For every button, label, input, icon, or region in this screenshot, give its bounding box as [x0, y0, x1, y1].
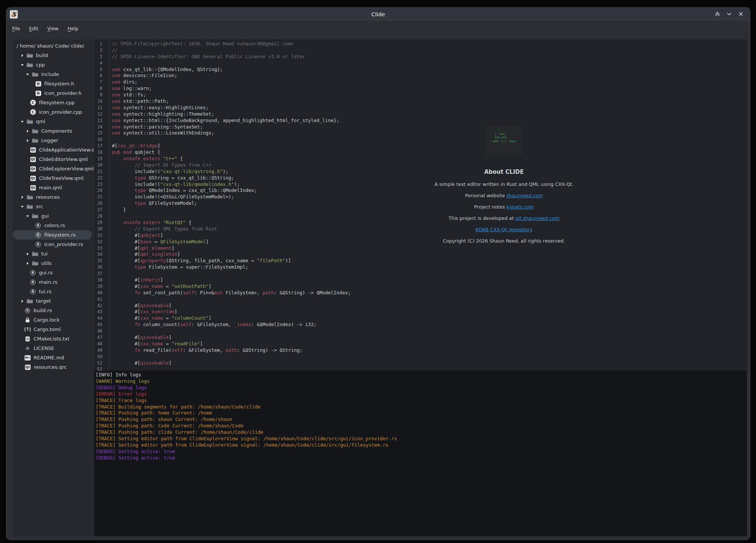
- code-line-46[interactable]: 46: [94, 328, 747, 334]
- code-line-15[interactable]: 15use syntect::util::LinesWithEndings;: [94, 130, 747, 136]
- code-line-39[interactable]: 39 #[cxx_name = "setRootPath"]: [94, 283, 747, 290]
- code-line-33[interactable]: 33 #[qml_element]: [94, 245, 747, 252]
- app-menu-icon[interactable]: X: [10, 10, 18, 19]
- chevron-right-icon[interactable]: [20, 54, 24, 57]
- code-line-16[interactable]: 16: [94, 136, 747, 143]
- code-line-26[interactable]: 26 type QFileSystemModel;: [94, 200, 747, 207]
- tree-file-clideexplorerview-qml[interactable]: QtClideExplorerView.qml: [13, 164, 94, 173]
- code-line-48[interactable]: 48 #[cxx_name = "readFile"]: [94, 341, 747, 347]
- code-line-8[interactable]: 8use log::warn;: [94, 85, 747, 92]
- tree-file-resources-qrc[interactable]: Qtresources.qrc: [13, 362, 94, 372]
- code-line-44[interactable]: 44 #[cxx_name = "columnCount"]: [94, 315, 747, 322]
- tree-file-readme-md[interactable]: M↓README.md: [13, 353, 94, 362]
- chevron-right-icon[interactable]: [20, 195, 24, 199]
- tree-folder-target[interactable]: target: [13, 296, 94, 306]
- tree-file-cmakelists-txt[interactable]: CMakeLists.txt: [13, 334, 94, 343]
- chevron-down-icon[interactable]: [26, 214, 29, 218]
- code-line-25[interactable]: 25 include!(<QtGui/QFileSystemModel>);: [94, 194, 747, 200]
- menu-item-file[interactable]: File: [9, 25, 23, 32]
- code-line-18[interactable]: 18pub mod qobject {: [94, 149, 747, 156]
- code-line-6[interactable]: 6use devicons::FileIcon;: [94, 73, 747, 79]
- code-line-21[interactable]: 21 include!("cxx-qt-lib/qstring.h");: [94, 169, 747, 175]
- code-line-37[interactable]: 37: [94, 271, 747, 277]
- code-line-24[interactable]: 24 type QModelIndex = cxx_qt_lib::QModel…: [94, 187, 747, 194]
- chevron-right-icon[interactable]: [20, 299, 24, 303]
- tree-file-main-qml[interactable]: Qtmain.qml: [13, 183, 94, 192]
- code-line-34[interactable]: 34 #[qml_singleton]: [94, 251, 747, 258]
- code-line-17[interactable]: 17#[cxx_qt::bridge]: [94, 143, 747, 149]
- tree-folder-build[interactable]: build: [13, 51, 94, 60]
- chevron-down-icon[interactable]: [20, 205, 24, 209]
- file-explorer[interactable]: / home/ shaun/ Code/ clide/ buildcppincl…: [13, 39, 94, 536]
- menu-item-view[interactable]: View: [45, 25, 61, 32]
- tree-file-cargo-lock[interactable]: Cargo.lock: [13, 315, 94, 325]
- code-line-9[interactable]: 9use std::fs;: [94, 92, 747, 98]
- tree-folder-gui[interactable]: gui: [13, 211, 94, 221]
- code-line-20[interactable]: 20 // Import Qt Types from C++: [94, 162, 747, 169]
- code-line-50[interactable]: 50: [94, 354, 747, 360]
- code-line-7[interactable]: 7use dirs;: [94, 79, 747, 85]
- code-line-28[interactable]: 28: [94, 213, 747, 220]
- tree-file-clidetreeview-qml[interactable]: QtClideTreeView.qml: [13, 173, 94, 183]
- code-line-47[interactable]: 47 #[qinvokable]: [94, 334, 747, 341]
- code-line-2[interactable]: 2//: [94, 47, 747, 54]
- code-line-49[interactable]: 49 fn read_file(self: &FileSystem, path:…: [94, 347, 747, 354]
- code-line-40[interactable]: 40 fn set_root_path(self: Pin<&mut FileS…: [94, 290, 747, 296]
- tree-file-clideeditorview-qml[interactable]: QtClideEditorView.qml: [13, 155, 94, 164]
- chevron-right-icon[interactable]: [26, 139, 29, 142]
- tree-file-clideapplicationview-qml[interactable]: QtClideApplicationView.qml: [13, 145, 94, 155]
- chevron-down-icon[interactable]: [20, 63, 24, 67]
- code-line-35[interactable]: 35 #[qproperty(QString, file_path, cxx_n…: [94, 258, 747, 264]
- code-line-43[interactable]: 43 #[cxx_override]: [94, 309, 747, 315]
- shade-button[interactable]: [714, 11, 721, 18]
- code-line-1[interactable]: 1// SPDX-FileCopyrightText: 2026, Shaun …: [94, 41, 747, 47]
- menu-item-edit[interactable]: Edit: [26, 25, 41, 32]
- tree-folder-tui[interactable]: tui: [13, 249, 94, 258]
- code-line-36[interactable]: 36 type FileSystem = super::FileSystemIm…: [94, 264, 747, 271]
- code-line-45[interactable]: 45 fn column_count(self: &FileSystem, _i…: [94, 322, 747, 328]
- tree-folder-cpp[interactable]: cpp: [13, 60, 94, 70]
- chevron-down-icon[interactable]: [20, 120, 24, 124]
- tree-file-colors-rs[interactable]: Rcolors.rs: [13, 221, 94, 230]
- code-line-10[interactable]: 10use std::path::Path;: [94, 98, 747, 105]
- tree-folder-src[interactable]: src: [13, 202, 94, 211]
- developed-at-link[interactable]: git.shaunreed.com: [515, 215, 560, 221]
- tree-folder-utils[interactable]: utils: [13, 258, 94, 268]
- tree-file-gui-rs[interactable]: Rgui.rs: [13, 268, 94, 277]
- code-line-52[interactable]: 52: [94, 366, 747, 371]
- close-button[interactable]: [737, 11, 744, 18]
- code-line-42[interactable]: 42 #[qinvokable]: [94, 303, 747, 309]
- code-line-29[interactable]: 29 unsafe extern "RustQt" {: [94, 220, 747, 226]
- chevron-right-icon[interactable]: [26, 129, 29, 133]
- code-line-30[interactable]: 30 // Export QML Types from Rust: [94, 226, 747, 232]
- menu-item-help[interactable]: Help: [65, 25, 81, 32]
- tree-file-filesystem-h[interactable]: Hfilesystem.h: [13, 79, 94, 88]
- code-editor[interactable]: 1// SPDX-FileCopyrightText: 2026, Shaun …: [94, 39, 747, 371]
- tree-folder-components[interactable]: Components: [13, 126, 94, 136]
- code-line-22[interactable]: 22 type QString = cxx_qt_lib::QString;: [94, 175, 747, 181]
- chevron-right-icon[interactable]: [26, 252, 29, 256]
- personal-website-link[interactable]: shaunreed.com: [506, 193, 543, 198]
- code-line-13[interactable]: 13use syntect::html::{IncludeBackground,…: [94, 118, 747, 124]
- tree-file-tui-rs[interactable]: Rtui.rs: [13, 287, 94, 296]
- tree-folder-include[interactable]: include: [13, 70, 94, 79]
- minimize-button[interactable]: [726, 11, 733, 18]
- kdab-repo-link[interactable]: KDAB CXX-Qt repository: [476, 227, 533, 232]
- code-line-31[interactable]: 31 #[qobject]: [94, 232, 747, 239]
- tree-file-icon-provider-h[interactable]: Hicon_provider.h: [13, 88, 94, 98]
- code-line-14[interactable]: 14use syntect::parsing::SyntaxSet;: [94, 124, 747, 130]
- tree-file-build-rs[interactable]: Rbuild.rs: [13, 306, 94, 315]
- tree-folder-logger[interactable]: Logger: [13, 136, 94, 145]
- project-notes-link[interactable]: knoats.com: [506, 204, 534, 210]
- tree-file-filesystem-cpp[interactable]: Cfilesystem.cpp: [13, 98, 94, 107]
- code-line-41[interactable]: 41: [94, 296, 747, 303]
- tree-folder-resources[interactable]: resources: [13, 192, 94, 202]
- log-panel[interactable]: [INFO] Info logs[WARN] Warning logs[DEBU…: [94, 371, 747, 536]
- tree-file-main-rs[interactable]: Rmain.rs: [13, 277, 94, 287]
- code-line-38[interactable]: 38 #[inherit]: [94, 277, 747, 283]
- code-line-23[interactable]: 23 include!("cxx-qt-lib/qmodelindex.h");: [94, 181, 747, 188]
- tree-file-icon-provider-cpp[interactable]: Cicon_provider.cpp: [13, 107, 94, 117]
- code-line-4[interactable]: 4: [94, 60, 747, 67]
- tree-file-icon-provider-rs[interactable]: Ricon_provider.rs: [13, 240, 94, 249]
- tree-file-license[interactable]: LICENSE: [13, 343, 94, 353]
